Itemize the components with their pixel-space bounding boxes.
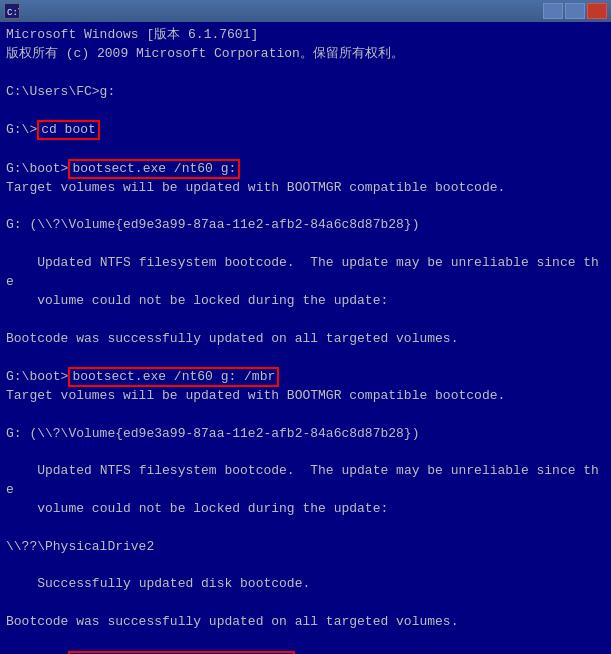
command-line: G:\boot>bootsect.exe /nt60 g: /mbr <box>6 367 605 387</box>
terminal-line: C:\Users\FC>g: <box>6 83 605 102</box>
terminal-line: Bootcode was successfully updated on all… <box>6 330 605 349</box>
blank-line <box>6 198 605 217</box>
terminal-line: Updated NTFS filesystem bootcode. The up… <box>6 254 605 292</box>
prompt-text: G:\boot> <box>6 369 68 384</box>
blank-line <box>6 64 605 83</box>
titlebar-left: C:\ <box>4 3 25 19</box>
terminal-line: G: (\\?\Volume{ed9e3a99-87aa-11e2-afb2-8… <box>6 425 605 444</box>
blank-line <box>6 311 605 330</box>
blank-line <box>6 594 605 613</box>
titlebar: C:\ <box>0 0 611 22</box>
blank-line <box>6 406 605 425</box>
terminal-line: \\??\PhysicalDrive2 <box>6 538 605 557</box>
terminal-line: volume could not be locked during the up… <box>6 292 605 311</box>
titlebar-buttons <box>543 3 607 19</box>
terminal-line: G: (\\?\Volume{ed9e3a99-87aa-11e2-afb2-8… <box>6 216 605 235</box>
terminal-line: Successfully updated disk bootcode. <box>6 575 605 594</box>
blank-line <box>6 101 605 120</box>
minimize-button[interactable] <box>543 3 563 19</box>
prompt-text: G:\> <box>6 122 37 137</box>
command-line: G:\>cd boot <box>6 120 605 140</box>
highlighted-command: bootsect.exe /nt60 g: <box>68 159 240 179</box>
svg-text:C:\: C:\ <box>7 8 19 18</box>
maximize-button[interactable] <box>565 3 585 19</box>
terminal-line: Microsoft Windows [版本 6.1.7601] <box>6 26 605 45</box>
terminal-line: Target volumes will be updated with BOOT… <box>6 387 605 406</box>
terminal-line: Target volumes will be updated with BOOT… <box>6 179 605 198</box>
highlighted-command: cd boot <box>37 120 100 140</box>
blank-line <box>6 348 605 367</box>
terminal-line: Updated NTFS filesystem bootcode. The up… <box>6 462 605 500</box>
terminal-area: Microsoft Windows [版本 6.1.7601]版权所有 (c) … <box>0 22 611 654</box>
blank-line <box>6 632 605 651</box>
blank-line <box>6 444 605 463</box>
blank-line <box>6 557 605 576</box>
blank-line <box>6 519 605 538</box>
blank-line <box>6 140 605 159</box>
cmd-icon: C:\ <box>4 3 20 19</box>
terminal-line: Bootcode was successfully updated on all… <box>6 613 605 632</box>
close-button[interactable] <box>587 3 607 19</box>
prompt-text: G:\boot> <box>6 161 68 176</box>
terminal-line: 版权所有 (c) 2009 Microsoft Corporation。保留所有… <box>6 45 605 64</box>
command-line: G:\boot>bootsect.exe /nt60 g: <box>6 159 605 179</box>
blank-line <box>6 235 605 254</box>
highlighted-command: bootsect.exe /nt60 g: /mbr <box>68 367 279 387</box>
terminal-line: volume could not be locked during the up… <box>6 500 605 519</box>
